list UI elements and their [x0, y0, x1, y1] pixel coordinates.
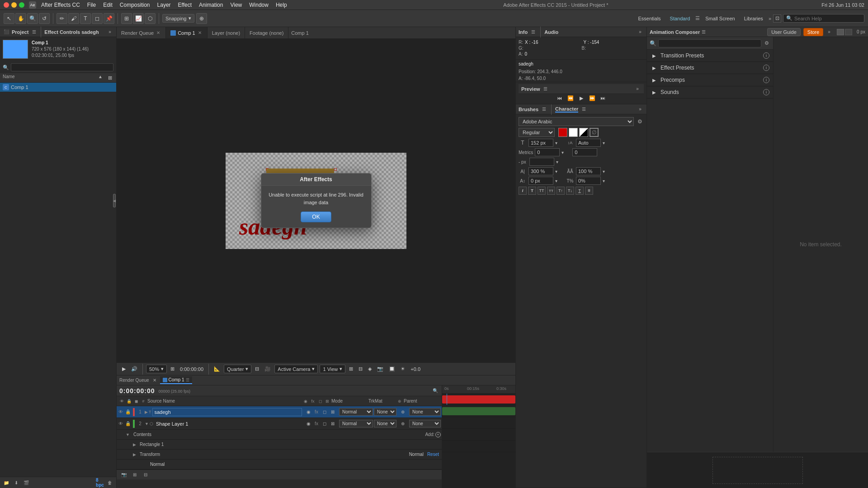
- underline-btn[interactable]: T: [576, 187, 584, 195]
- tl-search-icon[interactable]: 🔍: [432, 387, 439, 394]
- add-circle-icon[interactable]: +: [435, 432, 441, 437]
- layer2-expand[interactable]: ▼ ⬡: [145, 422, 153, 426]
- sounds-info-icon[interactable]: i: [763, 89, 769, 95]
- vc-audio-btn[interactable]: 🔊: [129, 365, 139, 373]
- layer2-solo-btn[interactable]: ◉: [305, 420, 312, 427]
- precomps-info-icon[interactable]: i: [763, 77, 769, 83]
- font-settings-icon[interactable]: ⚙: [636, 117, 644, 126]
- preview-step-fwd[interactable]: ⏩: [588, 94, 596, 102]
- new-comp-icon[interactable]: 🎬: [23, 479, 30, 486]
- graph-tool[interactable]: 📈: [133, 13, 144, 24]
- preview-jump-start[interactable]: ⏮: [556, 94, 564, 102]
- comp1-tab-menu[interactable]: ☰: [186, 378, 189, 382]
- vc-preview-btn[interactable]: ▶: [120, 365, 127, 373]
- bpc-label[interactable]: 8 bpc: [96, 479, 104, 486]
- fill-color-swatch[interactable]: [558, 128, 567, 137]
- layer1-expand[interactable]: ▶ T: [145, 410, 151, 414]
- super-btn[interactable]: T↑: [557, 187, 565, 195]
- layer1-fx-btn[interactable]: fx: [313, 408, 320, 416]
- layer1-vis-icon[interactable]: 👁: [118, 409, 124, 415]
- vc-fit-btn[interactable]: ⊞: [169, 365, 176, 373]
- bold-btn[interactable]: T: [528, 187, 536, 195]
- maximize-button[interactable]: [19, 2, 24, 8]
- project-menu-icon[interactable]: ☰: [30, 28, 38, 36]
- panel-edge-handle[interactable]: ◀: [113, 194, 116, 207]
- preview-step-back[interactable]: ⏪: [566, 94, 575, 102]
- tab-close-render[interactable]: ✕: [156, 30, 161, 36]
- roto-tool[interactable]: ⬡: [145, 13, 156, 24]
- tab-layer[interactable]: Layer (none): [208, 27, 245, 38]
- workspace-more-icon[interactable]: »: [769, 16, 771, 21]
- layer1-lock-icon[interactable]: 🔒: [125, 409, 131, 415]
- sub-btn[interactable]: T↓: [566, 187, 574, 195]
- workspace-small-screen[interactable]: Small Screen: [702, 15, 738, 22]
- project-search-input[interactable]: [11, 63, 113, 71]
- menu-help[interactable]: Help: [273, 1, 290, 9]
- text-tool[interactable]: T: [80, 13, 91, 24]
- tracking-input[interactable]: [572, 148, 597, 156]
- info-menu-icon[interactable]: ☰: [529, 28, 537, 36]
- vc-exposure-btn[interactable]: ☀: [399, 365, 407, 373]
- window-controls[interactable]: [4, 2, 24, 8]
- anim-category-precomps[interactable]: ▶ Precomps i: [647, 74, 773, 86]
- anim-view-btn1[interactable]: [837, 29, 844, 35]
- sort-icon[interactable]: ▲: [98, 74, 103, 81]
- vc-safe-btn[interactable]: ⊟: [357, 365, 364, 373]
- anim-menu-icon[interactable]: ☰: [700, 28, 707, 36]
- layer-row-1[interactable]: 👁 🔒 1 ▶ T ◉ fx ◻ ⊠: [117, 406, 442, 418]
- workspace-libraries[interactable]: Libraries: [741, 15, 767, 22]
- tab-comp1[interactable]: Comp 1 ✕: [166, 27, 208, 38]
- menu-animation[interactable]: Animation: [196, 1, 226, 9]
- pen-tool[interactable]: ✏: [57, 13, 67, 24]
- expand-icon[interactable]: »: [106, 28, 113, 36]
- workspace-essentials[interactable]: Essentials: [634, 15, 664, 22]
- anim-expand-icon[interactable]: »: [826, 29, 832, 35]
- pin-tool[interactable]: 📌: [104, 13, 114, 24]
- quality-dropdown[interactable]: Quarter ▾: [224, 365, 251, 373]
- reset-color-btn[interactable]: [579, 128, 588, 137]
- brush-tool[interactable]: 🖌: [68, 13, 79, 24]
- preview-jump-end[interactable]: ⏭: [599, 94, 607, 102]
- anim-category-transition[interactable]: ▶ Transition Presets i: [647, 50, 773, 62]
- baseline-input[interactable]: [528, 177, 553, 185]
- vc-grid-btn[interactable]: ⊞: [347, 365, 355, 373]
- workspace-icon-btn[interactable]: ⊡: [773, 14, 781, 23]
- workspace-settings-icon[interactable]: ☰: [695, 15, 700, 21]
- menu-view[interactable]: View: [227, 1, 245, 9]
- minimize-button[interactable]: [11, 2, 17, 8]
- tab-render-queue[interactable]: Render Queue ✕: [117, 27, 166, 38]
- layer1-parent-select[interactable]: None: [409, 408, 441, 416]
- snapping-extra[interactable]: ⊕: [196, 13, 207, 24]
- px-input[interactable]: [529, 158, 554, 166]
- layer2-3d-btn[interactable]: ⊠: [329, 420, 336, 427]
- brushes-tab[interactable]: Brushes: [519, 107, 538, 112]
- anim-category-effect[interactable]: ▶ Effect Presets i: [647, 62, 773, 74]
- view-dropdown[interactable]: 1 View ▾: [320, 365, 345, 373]
- transition-info-icon[interactable]: i: [763, 52, 769, 59]
- style-select[interactable]: Regular: [519, 128, 555, 137]
- anim-view-btn2[interactable]: [845, 29, 852, 35]
- layer-row-2[interactable]: 👁 🔒 2 ▼ ⬡ Shape Layer 1 ◉ fx ◻: [117, 418, 442, 430]
- layer1-mode-select[interactable]: Normal: [339, 408, 373, 416]
- char-tab[interactable]: Character: [555, 106, 578, 113]
- italic-btn[interactable]: I: [519, 187, 527, 195]
- char-expand-icon[interactable]: »: [637, 106, 644, 113]
- layer2-vis-icon[interactable]: 👁: [118, 421, 124, 427]
- layer1-trkmat-select[interactable]: None: [374, 408, 396, 416]
- menu-layer[interactable]: Layer: [154, 1, 174, 9]
- tab-close-comp[interactable]: ✕: [197, 30, 203, 36]
- anim-category-sounds[interactable]: ▶ Sounds i: [647, 86, 773, 99]
- layer2-mode-select[interactable]: Normal: [339, 420, 373, 427]
- new-folder-icon[interactable]: 📁: [3, 479, 10, 486]
- menu-file[interactable]: File: [84, 1, 99, 9]
- tl-bottom-icon2[interactable]: ⊞: [131, 471, 138, 479]
- h-scale-input[interactable]: [576, 167, 601, 175]
- menu-window[interactable]: Window: [246, 1, 272, 9]
- layer1-blend-btn[interactable]: ⊕: [399, 408, 406, 416]
- search-input[interactable]: [794, 16, 861, 21]
- layer2-fx-btn[interactable]: fx: [313, 420, 320, 427]
- strikethrough-btn[interactable]: T: [585, 187, 593, 195]
- menu-composition[interactable]: Composition: [117, 1, 153, 9]
- effect-info-icon[interactable]: i: [763, 65, 769, 71]
- tl-bottom-icon1[interactable]: 📷: [120, 471, 127, 479]
